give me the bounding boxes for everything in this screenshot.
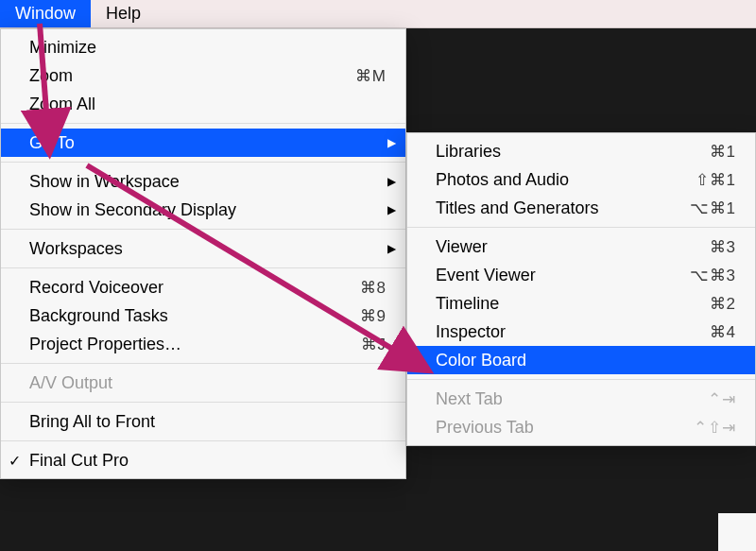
menubar: Window Help xyxy=(0,0,756,28)
submenu-arrow-icon: ▶ xyxy=(387,242,396,255)
menu-item-label: Previous Tab xyxy=(436,418,656,438)
menu-item-show-workspace[interactable]: Show in Workspace ▶ xyxy=(1,167,405,196)
menu-item-show-secondary[interactable]: Show in Secondary Display ▶ xyxy=(1,196,405,224)
menu-item-color-board[interactable]: Color Board xyxy=(407,346,755,374)
menu-item-photos-audio[interactable]: Photos and Audio ⇧⌘1 xyxy=(407,165,755,194)
menu-item-shortcut: ⌘1 xyxy=(710,142,736,162)
menu-item-label: Workspaces xyxy=(29,239,387,259)
menu-item-shortcut: ⌘M xyxy=(355,66,387,86)
menu-item-label: Event Viewer xyxy=(436,266,652,285)
menu-item-titles-generators[interactable]: Titles and Generators ⌥⌘1 xyxy=(407,194,755,222)
menubar-item-help[interactable]: Help xyxy=(91,0,156,27)
menu-item-label: Color Board xyxy=(436,351,736,370)
menu-item-label: Zoom All xyxy=(29,95,387,114)
menu-item-go-to[interactable]: Go To ▶ xyxy=(1,129,405,157)
menu-separator xyxy=(1,123,405,124)
menu-item-viewer[interactable]: Viewer ⌘3 xyxy=(407,232,755,261)
menu-separator xyxy=(1,267,405,268)
menu-item-label: Record Voiceover xyxy=(29,278,322,298)
menu-item-label: Inspector xyxy=(436,322,672,342)
menu-item-shortcut: ⌘3 xyxy=(710,237,736,257)
background-panel xyxy=(718,513,756,551)
window-menu: Minimize Zoom ⌘M Zoom All Go To ▶ Show i… xyxy=(0,28,406,479)
submenu-arrow-icon: ▶ xyxy=(387,175,396,188)
menu-item-bring-all-to-front[interactable]: Bring All to Front xyxy=(1,407,405,436)
menu-item-label: Timeline xyxy=(436,294,672,314)
menu-item-workspaces[interactable]: Workspaces ▶ xyxy=(1,234,405,263)
menu-item-label: Background Tasks xyxy=(29,306,322,326)
menu-item-shortcut: ⌥⌘1 xyxy=(690,198,736,218)
menu-item-shortcut: ⌘2 xyxy=(710,294,736,314)
menubar-item-label: Help xyxy=(106,4,141,24)
menu-separator xyxy=(1,363,405,364)
menu-item-label: A/V Output xyxy=(29,373,387,393)
menu-item-label: Show in Secondary Display xyxy=(29,200,387,220)
menu-separator xyxy=(1,162,405,163)
menu-separator xyxy=(1,229,405,230)
submenu-arrow-icon: ▶ xyxy=(387,136,396,149)
submenu-arrow-icon: ▶ xyxy=(387,203,396,216)
menu-item-label: Go To xyxy=(29,133,387,153)
menu-item-shortcut: ⌃⇧⇥ xyxy=(694,418,736,438)
menu-item-label: Libraries xyxy=(436,142,672,162)
menu-separator xyxy=(1,402,405,403)
menu-separator xyxy=(407,227,755,228)
menu-item-label: Final Cut Pro xyxy=(29,451,387,471)
menu-item-shortcut: ⌘8 xyxy=(360,278,387,298)
menu-item-minimize[interactable]: Minimize xyxy=(1,33,405,61)
go-to-submenu: Libraries ⌘1 Photos and Audio ⇧⌘1 Titles… xyxy=(406,132,756,446)
checkmark-icon: ✓ xyxy=(9,452,21,470)
menubar-item-label: Window xyxy=(15,4,76,24)
menu-item-shortcut: ⌥⌘3 xyxy=(690,266,736,285)
menu-item-label: Show in Workspace xyxy=(29,172,387,192)
menu-item-label: Project Properties… xyxy=(29,335,323,354)
menu-item-label: Titles and Generators xyxy=(436,198,652,218)
menu-item-shortcut: ⌘4 xyxy=(710,322,736,342)
menu-item-previous-tab: Previous Tab ⌃⇧⇥ xyxy=(407,413,755,441)
menu-item-shortcut: ⌘J xyxy=(361,335,387,354)
menu-item-shortcut: ⇧⌘1 xyxy=(696,170,736,190)
menu-item-next-tab: Next Tab ⌃⇥ xyxy=(407,385,755,413)
menu-separator xyxy=(407,379,755,380)
menu-item-timeline[interactable]: Timeline ⌘2 xyxy=(407,289,755,318)
menu-item-record-voiceover[interactable]: Record Voiceover ⌘8 xyxy=(1,273,405,301)
menu-item-label: Bring All to Front xyxy=(29,412,387,432)
menu-item-background-tasks[interactable]: Background Tasks ⌘9 xyxy=(1,301,405,330)
menu-item-libraries[interactable]: Libraries ⌘1 xyxy=(407,137,755,165)
menu-item-label: Minimize xyxy=(29,38,387,58)
menu-item-label: Photos and Audio xyxy=(436,170,658,190)
menubar-item-window[interactable]: Window xyxy=(0,0,91,27)
background-panel xyxy=(406,28,756,132)
menu-item-zoom-all[interactable]: Zoom All xyxy=(1,90,405,118)
menu-item-project-properties[interactable]: Project Properties… ⌘J xyxy=(1,330,405,358)
menu-item-zoom[interactable]: Zoom ⌘M xyxy=(1,61,405,90)
menu-item-av-output: A/V Output xyxy=(1,369,405,397)
menu-item-shortcut: ⌘9 xyxy=(360,306,387,326)
menu-item-shortcut: ⌃⇥ xyxy=(708,389,736,409)
background-panel xyxy=(406,494,756,551)
menu-item-label: Zoom xyxy=(29,66,318,86)
menu-item-label: Next Tab xyxy=(436,389,670,409)
menu-item-label: Viewer xyxy=(436,237,672,257)
menu-item-event-viewer[interactable]: Event Viewer ⌥⌘3 xyxy=(407,261,755,289)
menu-item-inspector[interactable]: Inspector ⌘4 xyxy=(407,318,755,346)
menu-item-final-cut-pro[interactable]: ✓ Final Cut Pro xyxy=(1,446,405,474)
menu-separator xyxy=(1,440,405,441)
